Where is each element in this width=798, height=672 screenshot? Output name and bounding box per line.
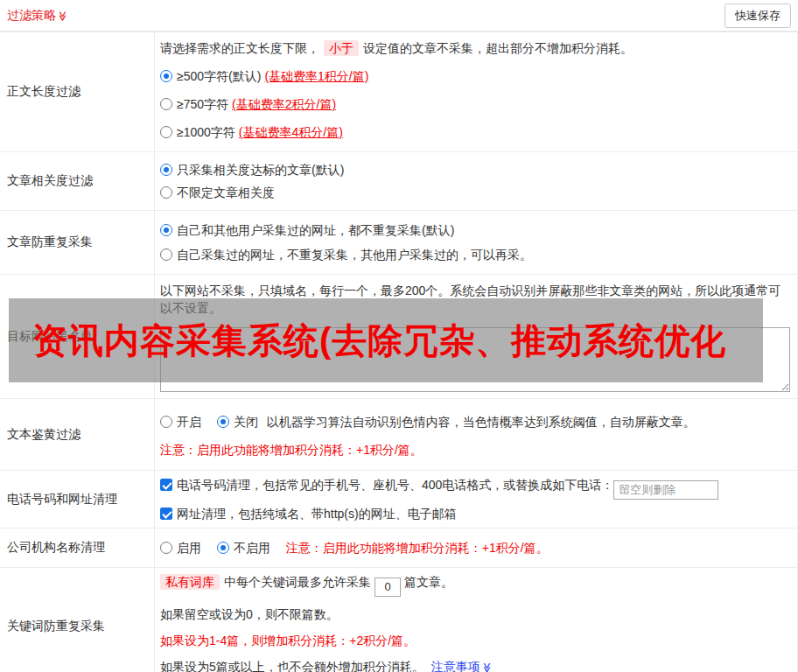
intro-post: 设定值的文章不采集，超出部分不增加积分消耗。 [363,41,633,55]
intro-pre: 请选择需求的正文长度下限， [160,41,319,55]
radio-relevance-any[interactable] [160,186,172,199]
radio-min-500-label[interactable]: ≥500字符(默认) [177,69,261,83]
radio-dedupe-all-users[interactable] [160,224,172,236]
option-line: 网址清理，包括纯域名、带http(s)的网址、电子邮箱 [160,505,790,522]
row-duplicate-filter: 文章防重复采集 自己和其他用户采集过的网址，都不重复采集(默认) 自己采集过的网… [0,211,797,275]
row-label-company-cleanup: 公司机构名称清理 [0,528,155,567]
row-phone-url-cleanup: 电话号码和网址清理 电话号码清理，包括常见的手机号、座机号、400电话格式，或替… [0,471,797,528]
row-porn-filter: 文本鉴黄过滤 开启 关闭 以机器学习算法自动识别色情内容，当色情概率达到系统阈值… [0,399,797,471]
keyword-limit-line: 私有词库中每个关键词最多允许采集篇文章。 [160,573,790,597]
fee-note-4-credits: (基础费率4积分/篇) [239,125,343,139]
row-label-keyword-limit: 关键词防重复采集 [0,568,155,672]
row-content-keyword-limit: 私有词库中每个关键词最多允许采集篇文章。 如果留空或设为0，则不限篇数。 如果设… [155,568,797,672]
keyword-limit-text-end: 篇文章。 [404,575,453,589]
checkbox-phone-cleanup-label[interactable]: 电话号码清理，包括常见的手机号、座机号、400电话格式，或替换成如下电话： [177,478,613,492]
radio-porn-filter-on[interactable] [160,416,172,428]
radio-min-500-chars[interactable] [160,70,172,82]
keyword-note-five-text: 如果设为5篇或以上，也不会额外增加积分消耗。 [160,660,424,672]
radio-relevance-strict-label[interactable]: 只采集相关度达标的文章(默认) [177,163,344,177]
radio-porn-filter-off[interactable] [217,416,229,428]
notes-link[interactable]: 注意事项 [431,660,480,672]
radio-relevance-strict[interactable] [160,164,172,176]
row-label-text: 正文长度过滤 [7,84,80,100]
page-title[interactable]: 过滤策略≫ [7,8,68,24]
row-label-body-length: 正文长度过滤 [0,32,155,151]
row-label-text: 公司机构名称清理 [7,540,105,556]
keyword-count-input[interactable] [374,578,401,597]
fee-note-1-credit: (基础费率1积分/篇) [264,69,368,83]
radio-dedupe-all-users-label[interactable]: 自己和其他用户采集过的网址，都不重复采集(默认) [177,223,454,237]
row-content-porn-filter: 开启 关闭 以机器学习算法自动识别色情内容，当色情概率达到系统阈值，自动屏蔽文章… [155,399,797,470]
private-lexicon-badge: 私有词库 [160,574,220,590]
radio-min-750-label[interactable]: ≥750字符 [177,97,228,111]
row-label-text: 电话号码和网址清理 [7,492,117,508]
radio-company-cleanup-on-label[interactable]: 启用 [177,541,201,555]
keyword-limit-text: 中每个关键词最多允许采集 [224,575,371,589]
option-line: 自己采集过的网址，不重复采集，其他用户采集过的，可以再采。 [160,246,790,263]
radio-company-cleanup-off[interactable] [217,542,229,554]
option-line: ≥750字符(基础费率2积分/篇) [160,95,790,113]
option-line: 开启 关闭 以机器学习算法自动识别色情内容，当色情概率达到系统阈值，自动屏蔽文章… [160,413,790,430]
row-label-text: 文本鉴黄过滤 [7,427,80,443]
replacement-phone-input[interactable] [613,480,718,500]
less-than-badge: 小于 [324,40,359,56]
row-content-company-cleanup: 启用 不启用 注意：启用此功能将增加积分消耗：+1积分/篇。 [155,528,797,567]
radio-dedupe-self-only[interactable] [160,248,172,261]
porn-filter-cost-note: 注意：启用此功能将增加积分消耗：+1积分/篇。 [160,441,790,458]
radio-min-750-chars[interactable] [160,98,172,110]
top-toolbar: 过滤策略≫ 快速保存 [0,0,798,32]
option-line: ≥500字符(默认)(基础费率1积分/篇) [160,67,790,85]
option-line: 不限定文章相关度 [160,184,790,201]
watermark-overlay: 资讯内容采集系统(去除冗杂、推动系统优化 [9,298,763,382]
row-label-text: 关键词防重复采集 [7,619,105,634]
option-line: 电话号码清理，包括常见的手机号、座机号、400电话格式，或替换成如下电话： [160,476,790,500]
chevron-down-icon: ≫ [479,662,496,672]
row-content-body-length: 请选择需求的正文长度下限，小于设定值的文章不采集，超出部分不增加积分消耗。 ≥5… [155,32,797,151]
row-label-duplicate: 文章防重复采集 [0,211,155,274]
row-keyword-limit: 关键词防重复采集 私有词库中每个关键词最多允许采集篇文章。 如果留空或设为0，则… [0,568,797,672]
row-content-relevance: 只采集相关度达标的文章(默认) 不限定文章相关度 [155,152,797,210]
row-label-text: 文章相关度过滤 [7,173,93,189]
option-line: 启用 不启用 注意：启用此功能将增加积分消耗：+1积分/篇。 [160,539,790,556]
watermark-text: 资讯内容采集系统(去除冗杂、推动系统优化 [32,317,726,365]
company-cleanup-cost-note: 注意：启用此功能将增加积分消耗：+1积分/篇。 [286,541,549,555]
row-company-name-cleanup: 公司机构名称清理 启用 不启用 注意：启用此功能将增加积分消耗：+1积分/篇。 [0,528,797,568]
fee-note-2-credits: (基础费率2积分/篇) [232,97,336,111]
row-relevance-filter: 文章相关度过滤 只采集相关度达标的文章(默认) 不限定文章相关度 [0,152,797,211]
radio-relevance-any-label[interactable]: 不限定文章相关度 [177,186,275,200]
row-body-length-filter: 正文长度过滤 请选择需求的正文长度下限，小于设定值的文章不采集，超出部分不增加积… [0,32,797,152]
porn-filter-description: 以机器学习算法自动识别色情内容，当色情概率达到系统阈值，自动屏蔽文章。 [267,415,696,429]
row-content-duplicate: 自己和其他用户采集过的网址，都不重复采集(默认) 自己采集过的网址，不重复采集，… [155,211,797,274]
page-title-text: 过滤策略 [7,8,56,22]
row-label-relevance: 文章相关度过滤 [0,152,155,210]
keyword-note-cost: 如果设为1-4篇，则增加积分消耗：+2积分/篇。 [160,632,790,649]
radio-company-cleanup-on[interactable] [160,542,172,554]
row-label-porn-filter: 文本鉴黄过滤 [0,399,155,470]
option-line: ≥1000字符(基础费率4积分/篇) [160,123,790,141]
keyword-note-five: 如果设为5篇或以上，也不会额外增加积分消耗。注意事项≫ [160,658,790,672]
radio-porn-filter-off-label[interactable]: 关闭 [234,415,258,429]
keyword-note-zero: 如果留空或设为0，则不限篇数。 [160,606,790,623]
option-line: 只采集相关度达标的文章(默认) [160,161,790,178]
row-label-text: 文章防重复采集 [7,234,93,250]
checkbox-url-cleanup-label[interactable]: 网址清理，包括纯域名、带http(s)的网址、电子邮箱 [177,507,457,521]
radio-min-1000-chars[interactable] [160,126,172,138]
radio-porn-filter-on-label[interactable]: 开启 [177,415,201,429]
checkbox-url-cleanup[interactable] [160,508,172,520]
chevron-down-icon: ≫ [57,10,68,21]
checkbox-phone-cleanup[interactable] [160,479,172,491]
option-line: 自己和其他用户采集过的网址，都不重复采集(默认) [160,221,790,239]
row-content-phone-url: 电话号码清理，包括常见的手机号、座机号、400电话格式，或替换成如下电话： 网址… [155,471,797,528]
length-filter-intro: 请选择需求的正文长度下限，小于设定值的文章不采集，超出部分不增加积分消耗。 [160,39,790,57]
radio-min-1000-label[interactable]: ≥1000字符 [177,125,235,139]
quick-save-button[interactable]: 快速保存 [724,4,791,28]
row-label-phone-url: 电话号码和网址清理 [0,471,155,528]
radio-company-cleanup-off-label[interactable]: 不启用 [234,541,270,555]
radio-dedupe-self-only-label[interactable]: 自己采集过的网址，不重复采集，其他用户采集过的，可以再采。 [177,248,532,262]
